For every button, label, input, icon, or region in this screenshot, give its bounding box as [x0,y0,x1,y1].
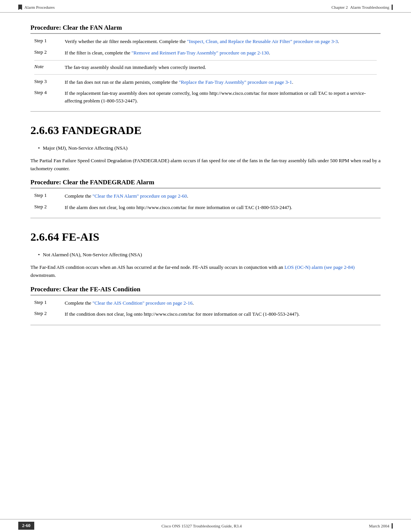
feais-step-1-text-before: Complete the [65,300,92,306]
feais-description: The Far-End AIS condition occurs when an… [30,264,381,280]
feais-step-1: Step 1 Complete the "Clear the AIS Condi… [30,299,381,307]
section-fandegrade: 2.6.63 FANDEGRADE Major (MJ), Non-Servic… [30,124,381,218]
fandegrade-step-1-link[interactable]: "Clear the FAN Alarm" procedure on page … [92,193,187,199]
section-fandegrade-heading: 2.6.63 FANDEGRADE [30,124,381,138]
header-breadcrumb-area: Alarm Procedures [18,5,55,10]
procedure-fan-title: Procedure: Clear the FAN Alarm [30,24,381,34]
procedure-fandegrade-section: Procedure: Clear the FANDEGRADE Alarm St… [30,179,381,218]
procedure-fandegrade-title: Procedure: Clear the FANDEGRADE Alarm [30,179,381,189]
page-header: Alarm Procedures Chapter 2 Alarm Trouble… [0,0,411,13]
fandegrade-step-1: Step 1 Complete the "Clear the FAN Alarm… [30,192,381,200]
section-feais-name: FE-AIS [62,230,99,243]
feais-desc-before: The Far-End AIS condition occurs when an… [30,264,284,270]
header-title-area: Chapter 2 Alarm Troubleshooting [331,5,393,10]
fan-step-2-text-after: . [269,50,270,56]
fan-step-3-content: If the fan does not run or the alarm per… [65,78,377,86]
feais-step-2: Step 2 If the condition does not clear, … [30,310,381,318]
feais-desc-after: downstream. [30,272,56,278]
main-content: Procedure: Clear the FAN Alarm Step 1 Ve… [0,13,411,359]
fan-step-1-content: Verify whether the air filter needs repl… [65,38,377,45]
feais-step-1-label: Step 1 [34,299,65,307]
fandegrade-step-2-content: If the alarm does not clear, log onto ht… [65,204,377,211]
fan-step-3-link[interactable]: "Replace the Fan-Tray Assembly" procedur… [179,79,292,85]
feais-desc-link[interactable]: LOS (OC-N) alarm (see page 2-84) [284,264,354,270]
bookmark-icon [18,5,22,10]
footer-doc-title: Cisco ONS 15327 Troubleshooting Guide, R… [161,524,242,528]
section-feais-heading: 2.6.64 FE-AIS [30,230,381,245]
feais-steps: Step 1 Complete the "Clear the AIS Condi… [30,299,381,325]
fandegrade-bullets: Major (MJ), Non-Service Affecting (NSA) [30,144,381,152]
fan-step-1-text-before: Verify whether the air filter needs repl… [65,38,187,44]
section-fandegrade-name: FANDEGRADE [62,124,142,136]
note-label: Note [34,64,65,71]
footer-date-area: March 2004 [369,523,393,529]
fan-step-4-label: Step 4 [34,89,65,104]
fan-step-1-label: Step 1 [34,38,65,45]
header-title: Alarm Troubleshooting [350,5,389,10]
section-feais-number: 2.6.64 [30,230,59,243]
feais-step-1-text-after: . [193,300,194,306]
fandegrade-step-2-label: Step 2 [34,204,65,211]
feais-step-2-content: If the condition does not clear, log ont… [65,310,377,318]
fan-step-3-text-after: . [292,79,293,85]
fandegrade-step-1-content: Complete the "Clear the FAN Alarm" proce… [65,192,377,200]
procedure-fan-section: Procedure: Clear the FAN Alarm Step 1 Ve… [30,24,381,112]
fan-step-2-label: Step 2 [34,49,65,57]
procedure-feais-title: Procedure: Clear the FE-AIS Condition [30,286,381,296]
fandegrade-step-1-text-before: Complete the [65,193,92,199]
fandegrade-step-1-text-after: . [187,193,188,199]
chapter-label: Chapter 2 [331,5,348,10]
section-fandegrade-number: 2.6.63 [30,124,59,136]
footer-date: March 2004 [369,524,389,528]
fan-step-1: Step 1 Verify whether the air filter nee… [30,38,381,45]
fandegrade-step-1-label: Step 1 [34,192,65,200]
procedure-feais-section: Procedure: Clear the FE-AIS Condition St… [30,286,381,325]
fan-step-2: Step 2 If the filter is clean, complete … [30,49,381,57]
fan-step-2-content: If the filter is clean, complete the "Re… [65,49,377,57]
fandegrade-description: The Partial Fan Failure Speed Control De… [30,157,381,173]
fan-step-3-label: Step 3 [34,78,65,86]
fandegrade-step-2: Step 2 If the alarm does not clear, log … [30,204,381,211]
breadcrumb: Alarm Procedures [24,5,55,10]
fan-step-4-content: If the replacement fan-tray assembly doe… [65,89,377,104]
fan-step-3: Step 3 If the fan does not run or the al… [30,78,381,86]
feais-step-2-label: Step 2 [34,310,65,318]
page-number-badge: 2-60 [18,522,34,530]
fan-step-4: Step 4 If the replacement fan-tray assem… [30,89,381,104]
fan-step-1-link[interactable]: "Inspect, Clean, and Replace the Reusabl… [187,38,338,44]
footer-divider-icon [392,523,393,529]
note-content: The fan-tray assembly should run immedia… [65,64,377,71]
header-divider-icon [392,5,393,10]
feais-bullets: Not Alarmed (NA), Non-Service Affecting … [30,251,381,259]
fandegrade-steps: Step 1 Complete the "Clear the FAN Alarm… [30,192,381,218]
page-footer: 2-60 Cisco ONS 15327 Troubleshooting Gui… [0,519,411,532]
fan-step-2-text-before: If the filter is clean, complete the [65,50,131,56]
fandegrade-bullet-item: Major (MJ), Non-Service Affecting (NSA) [38,144,381,152]
fan-step-1-text-after: . [338,38,339,44]
feais-step-1-link[interactable]: "Clear the AIS Condition" procedure on p… [92,300,193,306]
fan-step-3-text-before: If the fan does not run or the alarm per… [65,79,179,85]
section-feais: 2.6.64 FE-AIS Not Alarmed (NA), Non-Serv… [30,230,381,325]
feais-bullet-item: Not Alarmed (NA), Non-Service Affecting … [38,251,381,259]
fan-steps-part1: Step 1 Verify whether the air filter nee… [30,38,381,112]
fan-note: Note The fan-tray assembly should run im… [34,60,377,75]
feais-step-1-content: Complete the "Clear the AIS Condition" p… [65,299,377,307]
fan-step-2-link[interactable]: "Remove and Reinsert Fan-Tray Assembly" … [131,50,269,56]
